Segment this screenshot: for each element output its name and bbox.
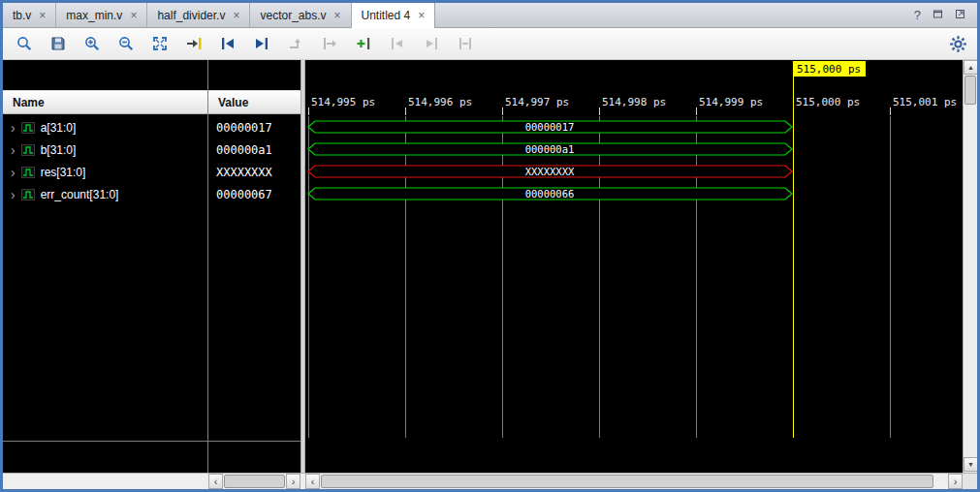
signal-names-panel: Name › a[31:0] › b[31:0] › res[31:0] › e…: [3, 60, 208, 473]
time-tick-mark: [502, 108, 503, 115]
signal-row-a[interactable]: › a[31:0]: [3, 116, 207, 138]
snap-to-transition-icon[interactable]: [454, 32, 477, 55]
previous-transition-icon[interactable]: [216, 32, 239, 55]
signal-wave-icon: [21, 144, 35, 156]
gridline: [890, 116, 891, 438]
expand-chevron-icon[interactable]: ›: [11, 166, 16, 179]
tab-vector-abs-v[interactable]: vector_abs.v ×: [250, 3, 351, 27]
expand-chevron-icon[interactable]: ›: [11, 121, 16, 135]
bus-wave-err-count[interactable]: 00000066: [307, 187, 793, 200]
vertical-scroll-thumb[interactable]: [964, 76, 976, 105]
time-tick-mark: [890, 108, 891, 115]
time-tick-label: 514,999 ps: [699, 96, 763, 108]
svg-text:XXXXXXXX: XXXXXXXX: [525, 166, 575, 177]
next-transition-icon[interactable]: [250, 32, 273, 55]
scroll-left-icon[interactable]: ‹: [305, 474, 320, 489]
signal-wave-icon: [21, 122, 35, 134]
signal-value: 000000a1: [208, 138, 300, 161]
time-tick-label: 515,001 ps: [893, 96, 957, 108]
previous-marker-icon[interactable]: [386, 32, 409, 55]
close-icon[interactable]: ×: [334, 10, 341, 21]
signal-name: b[31:0]: [41, 143, 77, 157]
signal-wave-icon: [21, 167, 35, 178]
scrollbar-corner: [963, 474, 977, 489]
float-window-icon[interactable]: [933, 8, 943, 22]
time-tick-mark: [308, 108, 309, 115]
align-cursor-icon[interactable]: [318, 32, 341, 55]
time-tick-label: 514,998 ps: [602, 96, 666, 108]
panel-separator: [208, 441, 300, 442]
signal-row-res[interactable]: › res[31:0]: [3, 161, 207, 183]
expand-chevron-icon[interactable]: ›: [11, 188, 16, 201]
svg-text:00000066: 00000066: [525, 188, 575, 200]
time-tick-mark: [696, 108, 697, 115]
tab-label: max_min.v: [66, 9, 122, 22]
svg-text:00000017: 00000017: [525, 121, 575, 133]
add-marker-icon[interactable]: [352, 32, 375, 55]
signal-name: a[31:0]: [41, 121, 77, 135]
signal-row-err-count[interactable]: › err_count[31:0]: [3, 183, 207, 205]
tab-max-min-v[interactable]: max_min.v ×: [56, 3, 147, 27]
save-icon[interactable]: [47, 32, 70, 55]
time-tick-label: 514,997 ps: [505, 96, 569, 108]
window-controls: ?: [914, 3, 977, 27]
go-to-cursor-icon[interactable]: [182, 32, 205, 55]
cursor-time-badge[interactable]: 515,000 ps: [793, 61, 866, 77]
wave-hscroll-thumb[interactable]: [321, 475, 933, 488]
signal-name: res[31:0]: [41, 166, 86, 179]
close-icon[interactable]: ×: [233, 10, 239, 21]
wave-toolbar: [3, 28, 977, 60]
close-icon[interactable]: ×: [39, 10, 46, 21]
zoom-out-icon[interactable]: [114, 32, 138, 55]
help-icon[interactable]: ?: [914, 8, 921, 22]
scroll-left-icon[interactable]: ‹: [208, 474, 223, 489]
simulation-wave-window: tb.v × max_min.v × half_divider.v × vect…: [0, 0, 980, 492]
tab-tb-v[interactable]: tb.v ×: [3, 3, 56, 27]
zoom-in-icon[interactable]: [80, 32, 104, 55]
signal-wave-icon: [21, 189, 35, 200]
time-tick-mark: [405, 108, 406, 115]
panel-separator: [3, 441, 207, 442]
bus-wave-res[interactable]: XXXXXXXX: [307, 165, 793, 178]
name-column-header: Name: [3, 90, 207, 114]
tab-label: vector_abs.v: [260, 9, 326, 22]
scroll-down-icon[interactable]: ▼: [964, 457, 978, 472]
value-column-header: Value: [208, 90, 300, 114]
zoom-fit-icon[interactable]: [148, 32, 172, 55]
bottom-scroll-row: ‹ › ‹ ›: [3, 473, 977, 489]
tab-label: tb.v: [13, 9, 31, 22]
svg-text:000000a1: 000000a1: [525, 143, 575, 155]
tab-bar: tb.v × max_min.v × half_divider.v × vect…: [3, 3, 977, 28]
scroll-up-icon[interactable]: ▲: [964, 60, 978, 75]
time-cursor-line[interactable]: [793, 77, 794, 438]
next-marker-icon[interactable]: [420, 32, 443, 55]
signal-values-panel: Value 00000017 000000a1 XXXXXXXX 0000006…: [208, 60, 300, 473]
tab-untitled-4[interactable]: Untitled 4 ×: [352, 3, 436, 28]
panel-hscroll-thumb[interactable]: [224, 475, 285, 488]
swap-cursors-icon[interactable]: [284, 32, 307, 55]
tab-half-divider-v[interactable]: half_divider.v ×: [147, 3, 250, 27]
scroll-right-icon[interactable]: ›: [286, 474, 300, 489]
time-tick-label: 514,995 ps: [311, 96, 375, 108]
time-tick-label: 515,000 ps: [796, 96, 860, 108]
expand-chevron-icon[interactable]: ›: [11, 143, 16, 157]
search-icon[interactable]: [13, 32, 36, 55]
close-icon[interactable]: ×: [418, 10, 425, 21]
signal-value: XXXXXXXX: [208, 161, 300, 183]
time-tick-label: 514,996 ps: [408, 96, 472, 108]
waveform-area[interactable]: 515,000 ps 514,995 ps 514,996 ps 514,997…: [305, 60, 963, 473]
tab-label: half_divider.v: [157, 9, 225, 22]
maximize-icon[interactable]: [955, 8, 965, 22]
close-icon[interactable]: ×: [130, 10, 137, 21]
settings-gear-icon[interactable]: [946, 32, 969, 55]
signal-name: err_count[31:0]: [41, 188, 119, 201]
tab-label: Untitled 4: [362, 9, 411, 22]
bus-wave-b[interactable]: 000000a1: [307, 142, 793, 156]
vertical-scrollbar[interactable]: ▲ ▼: [963, 60, 977, 473]
bus-wave-a[interactable]: 00000017: [307, 120, 793, 134]
signal-value: 00000017: [208, 116, 300, 138]
time-tick-mark: [599, 108, 600, 115]
scroll-right-icon[interactable]: ›: [948, 474, 963, 489]
signal-row-b[interactable]: › b[31:0]: [3, 138, 207, 161]
signal-value: 00000067: [208, 183, 300, 205]
